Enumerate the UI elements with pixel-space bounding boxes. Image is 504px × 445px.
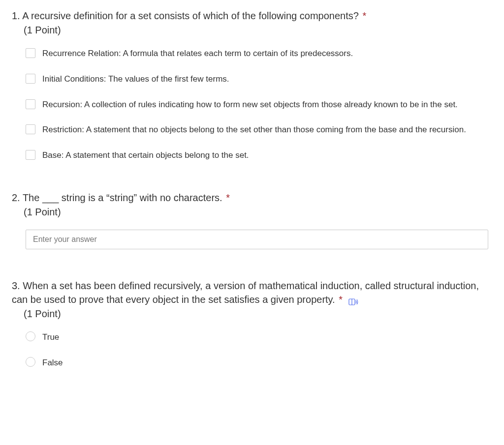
option-label: Recurrence Relation: A formula that rela… <box>42 48 353 59</box>
question-3-options: True False <box>12 331 492 369</box>
question-2: 2. The ___ string is a “string” with no … <box>12 191 492 249</box>
question-1-text: A recursive definition for a set consist… <box>22 10 359 21</box>
option-label: False <box>42 357 63 369</box>
option-row: False <box>26 357 492 369</box>
checkbox-input[interactable] <box>26 48 35 58</box>
required-asterisk: * <box>339 294 343 305</box>
question-3-text: When a set has been defined recursively,… <box>12 280 479 305</box>
question-1-title: 1. A recursive definition for a set cons… <box>12 9 492 23</box>
option-label: Restriction: A statement that no objects… <box>42 124 466 136</box>
option-row: Base: A statement that certain objects b… <box>26 149 492 161</box>
option-label: True <box>42 331 59 343</box>
question-2-title: 2. The ___ string is a “string” with no … <box>12 191 492 205</box>
checkbox-input[interactable] <box>26 74 35 84</box>
question-1-number: 1. <box>12 10 20 21</box>
question-1-points: (1 Point) <box>12 25 492 36</box>
option-row: True <box>26 331 492 343</box>
radio-input[interactable] <box>26 357 35 367</box>
question-2-points: (1 Point) <box>12 207 492 218</box>
question-3-number: 3. <box>12 280 20 291</box>
option-label: Base: A statement that certain objects b… <box>42 149 249 161</box>
checkbox-input[interactable] <box>26 99 35 109</box>
question-1: 1. A recursive definition for a set cons… <box>12 9 492 161</box>
question-3-points: (1 Point) <box>12 308 492 320</box>
required-asterisk: * <box>362 10 366 21</box>
option-label: Initial Conditions: The values of the fi… <box>42 73 229 85</box>
option-label: Recursion: A collection of rules indicat… <box>42 99 458 111</box>
question-2-number: 2. <box>12 192 20 203</box>
question-1-options: Recurrence Relation: A formula that rela… <box>12 48 492 161</box>
checkbox-input[interactable] <box>26 124 35 134</box>
option-row: Recursion: A collection of rules indicat… <box>26 99 492 111</box>
checkbox-input[interactable] <box>26 150 35 160</box>
question-3: 3. When a set has been defined recursive… <box>12 279 492 369</box>
required-asterisk: * <box>226 192 230 203</box>
immersive-reader-icon[interactable] <box>348 296 359 305</box>
question-3-title: 3. When a set has been defined recursive… <box>12 279 492 306</box>
answer-input[interactable] <box>26 230 488 249</box>
option-row: Initial Conditions: The values of the fi… <box>26 73 492 85</box>
question-2-text: The ___ string is a “string” with no cha… <box>23 192 222 203</box>
radio-input[interactable] <box>26 331 35 341</box>
option-row: Restriction: A statement that no objects… <box>26 124 492 136</box>
option-row: Recurrence Relation: A formula that rela… <box>26 48 492 59</box>
